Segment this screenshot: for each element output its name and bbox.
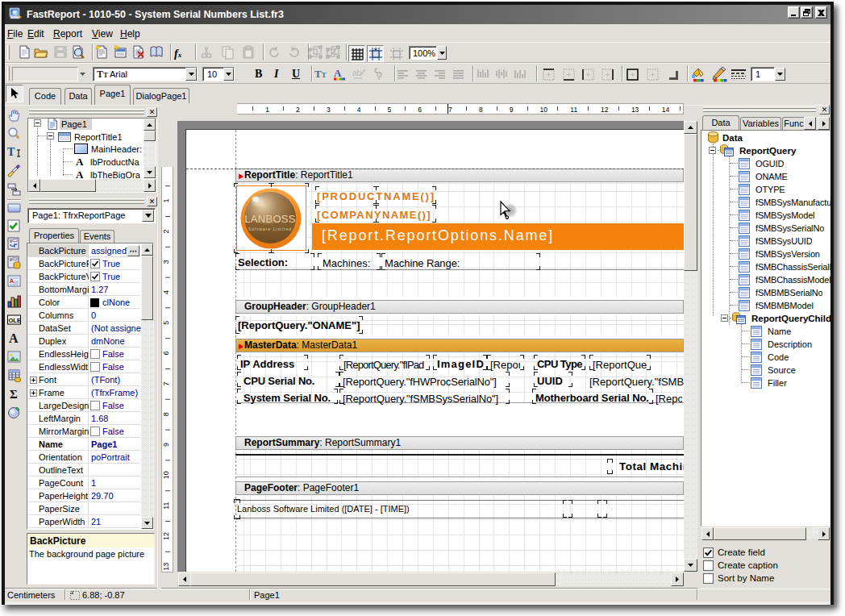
svg-text:3: 3 bbox=[162, 260, 170, 264]
svg-text:OLE: OLE bbox=[9, 317, 21, 324]
svg-text:7: 7 bbox=[162, 381, 170, 385]
svg-text:ab: ab bbox=[352, 69, 362, 77]
svg-text:T: T bbox=[7, 146, 15, 158]
svg-text:1: 1 bbox=[162, 199, 170, 203]
svg-text:4: 4 bbox=[162, 290, 170, 294]
svg-text:11: 11 bbox=[162, 502, 170, 509]
svg-text:2: 2 bbox=[162, 229, 170, 233]
svg-text:10: 10 bbox=[162, 471, 170, 479]
svg-text:9: 9 bbox=[162, 443, 170, 447]
svg-text:A: A bbox=[9, 331, 19, 345]
svg-text:A: A bbox=[334, 68, 342, 79]
svg-text:A: A bbox=[10, 277, 15, 285]
svg-text:5: 5 bbox=[162, 321, 170, 325]
svg-text:8: 8 bbox=[162, 412, 170, 416]
svg-text:12: 12 bbox=[162, 532, 170, 540]
svg-text:Σ: Σ bbox=[10, 388, 18, 401]
svg-text:13: 13 bbox=[162, 563, 170, 571]
svg-text:6: 6 bbox=[162, 352, 170, 356]
